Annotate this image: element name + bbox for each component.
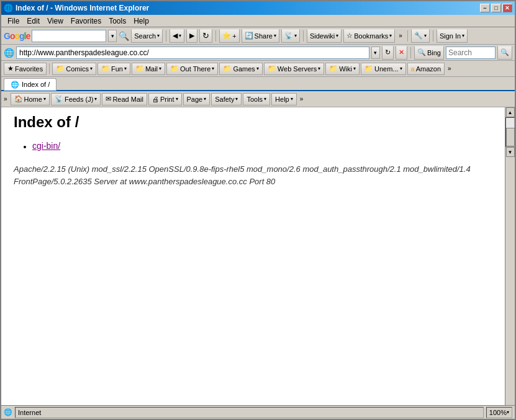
favorites-bar-item-comics[interactable]: 📁 Comics ▾	[52, 63, 96, 75]
page-heading: Index of /	[14, 114, 492, 131]
favorites-bar-item-amazon[interactable]: a Amazon	[407, 63, 445, 75]
minimize-button[interactable]: −	[480, 4, 490, 12]
amazon-icon: a	[411, 65, 415, 73]
google-search-input[interactable]	[32, 30, 106, 42]
address-bar: 🌐 ▾ ↻ ✕ 🔍 Bing 🔍	[1, 45, 515, 61]
tab-label: Index of /	[22, 81, 50, 88]
favorites-star-icon: ★	[7, 65, 14, 73]
page-button[interactable]: Page ▾	[183, 93, 210, 105]
close-button[interactable]: ✕	[502, 4, 512, 12]
favorites-bar-item-out-there[interactable]: 📁 Out There ▾	[166, 63, 218, 75]
window-icon: 🌐	[4, 4, 13, 12]
folder-icon-wiki: 📁	[329, 65, 338, 73]
print-button[interactable]: 🖨 Print ▾	[148, 93, 182, 105]
content-area: Index of / cgi-bin/ Apache/2.2.15 (Unix)…	[1, 107, 505, 405]
tab-icon: 🌐	[11, 81, 19, 89]
address-dropdown[interactable]: ▾	[371, 47, 380, 59]
home-button[interactable]: 🏠 Home ▾	[11, 93, 50, 105]
toolbar-expand[interactable]: »	[397, 32, 404, 39]
bing-search-input[interactable]	[446, 47, 496, 59]
google-search-button[interactable]: Search ▾	[131, 29, 163, 43]
scroll-down-arrow[interactable]: ▼	[506, 147, 515, 157]
fun-dropdown-arrow: ▾	[124, 66, 127, 71]
separator-addr	[410, 47, 411, 58]
rss-icon: 📡	[284, 32, 293, 40]
favorites-bar-item-games[interactable]: 📁 Games ▾	[219, 63, 262, 75]
nav-forward-button[interactable]: ▶	[186, 29, 197, 43]
folder-icon-unem: 📁	[364, 65, 373, 73]
back-dropdown[interactable]: ▾	[179, 33, 181, 38]
tools-icon: 🔧	[414, 32, 423, 40]
folder-icon-fun: 📁	[101, 65, 110, 73]
ie-tools-button[interactable]: 🔧 ▾	[411, 29, 430, 43]
favorites-star-button[interactable]: ★ Favorites	[4, 63, 47, 75]
sign-in-button[interactable]: Sign In ▾	[437, 29, 468, 43]
scroll-up-arrow[interactable]: ▲	[506, 107, 515, 117]
links-expand[interactable]: »	[298, 96, 306, 102]
bing-icon: 🔍	[417, 48, 426, 56]
sidewiki-button[interactable]: Sidewiki ▾	[307, 29, 342, 43]
tools-button[interactable]: Tools ▾	[243, 93, 270, 105]
read-mail-button[interactable]: ✉ Read Mail	[102, 93, 147, 105]
bing-go-btn[interactable]: 🔍	[497, 46, 512, 60]
help-button[interactable]: Help ▾	[271, 93, 297, 105]
nav-back-button[interactable]: ◀ ▾	[170, 29, 184, 43]
forward-icon: ▶	[189, 32, 194, 40]
scroll-thumb[interactable]	[506, 128, 515, 146]
favs-expand[interactable]: »	[446, 65, 453, 72]
separator	[166, 30, 166, 42]
separator3	[303, 30, 304, 42]
favorites-bar-item-web-servers[interactable]: 📁 Web Servers ▾	[264, 63, 324, 75]
favorites-bar-item-fun[interactable]: 📁 Fun ▾	[97, 63, 130, 75]
safety-button[interactable]: Safety ▾	[211, 93, 242, 105]
zoom-label: 100%	[489, 409, 507, 416]
separator5	[433, 30, 433, 42]
links-bar: » 🏠 Home ▾ 📡 Feeds (J) ▾ ✉ Read Mail 🖨 P…	[1, 91, 515, 107]
status-bar: 🌐 Internet 100% ▾	[1, 405, 515, 419]
star-icon: ⭐	[222, 32, 231, 40]
share-button[interactable]: 🔄 Share ▾	[242, 29, 279, 43]
unem-dropdown-arrow: ▾	[400, 66, 402, 71]
stop-btn[interactable]: ✕	[396, 46, 407, 60]
scroll-track[interactable]	[505, 117, 515, 147]
zoom-arrow[interactable]: ▾	[507, 409, 509, 415]
feeds-button[interactable]: 📡 Feeds (J) ▾	[51, 93, 101, 105]
home-icon: 🏠	[14, 95, 23, 103]
rss-button[interactable]: 📡 ▾	[281, 29, 300, 43]
menu-help[interactable]: Help	[130, 16, 153, 27]
mail-dropdown-arrow: ▾	[159, 66, 161, 71]
menu-tools[interactable]: Tools	[105, 16, 130, 27]
favs-sep	[49, 63, 50, 74]
status-zone: Internet	[15, 407, 484, 418]
server-info: Apache/2.2.15 (Unix) mod_ssl/2.2.15 Open…	[14, 163, 492, 187]
favorites-bar-item-mail[interactable]: 📁 Mail ▾	[132, 63, 165, 75]
menu-file[interactable]: File	[4, 16, 23, 27]
folder-icon-mail: 📁	[135, 65, 144, 73]
menu-favorites[interactable]: Favorites	[67, 16, 105, 27]
cgi-bin-link[interactable]: cgi-bin/	[32, 141, 60, 151]
browser-window: 🌐 Index of / - Windows Internet Explorer…	[0, 0, 516, 420]
feeds-icon: 📡	[55, 95, 63, 103]
bookmarks-button[interactable]: ☆ Bookmarks ▾	[343, 29, 395, 43]
add-to-favorites-button[interactable]: ⭐ +	[219, 29, 239, 43]
restore-button[interactable]: □	[491, 4, 501, 12]
nav-refresh-button[interactable]: ↻	[199, 29, 212, 43]
folder-icon-web-servers: 📁	[268, 65, 276, 73]
bing-search-btn[interactable]: 🔍 Bing	[414, 46, 444, 60]
address-icon: 🌐	[4, 48, 14, 58]
separator2	[215, 30, 216, 42]
out-there-dropdown-arrow: ▾	[212, 66, 214, 71]
links-expand-left[interactable]: »	[4, 96, 7, 102]
menu-edit[interactable]: Edit	[23, 16, 43, 27]
favorites-bar-item-wiki[interactable]: 📁 Wiki ▾	[325, 63, 360, 75]
favorites-bar-item-unem[interactable]: 📁 Unem... ▾	[361, 63, 406, 75]
content-wrapper: Index of / cgi-bin/ Apache/2.2.15 (Unix)…	[1, 107, 515, 405]
address-input[interactable]	[16, 47, 369, 59]
refresh-btn2[interactable]: ↻	[382, 46, 394, 60]
menu-view[interactable]: View	[43, 16, 67, 27]
vertical-scrollbar[interactable]: ▲ ▼	[505, 107, 515, 405]
star2-icon: ☆	[346, 32, 353, 40]
active-tab[interactable]: 🌐 Index of /	[4, 78, 57, 91]
print-icon: 🖨	[152, 96, 159, 103]
google-input-dropdown[interactable]: ▾	[108, 30, 117, 42]
